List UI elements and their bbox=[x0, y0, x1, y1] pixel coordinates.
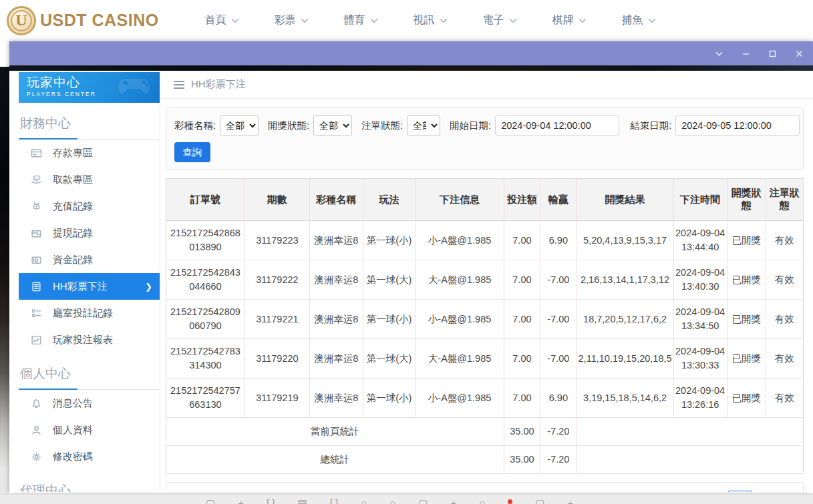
close-icon bbox=[795, 49, 804, 58]
sidebar-item-存款專區[interactable]: 存款專區 bbox=[19, 140, 160, 166]
table-cell: 5,20,4,13,9,15,3,17 bbox=[577, 221, 673, 260]
cashout-record-icon bbox=[31, 228, 42, 239]
table-cell: 2152172542809060790 bbox=[166, 300, 245, 339]
nav-item[interactable]: 視訊 bbox=[395, 13, 465, 27]
nav-item-label: 捕魚 bbox=[622, 13, 643, 27]
table-row: 215217254284304466031179222澳洲幸运8第一球(大)大-… bbox=[166, 260, 804, 300]
table-cell: 已開獎 bbox=[727, 300, 766, 339]
end-date-input[interactable] bbox=[675, 115, 800, 136]
jump-prefix-text: 第 bbox=[712, 491, 721, 492]
toolbar-glyph-icon: + bbox=[568, 497, 574, 504]
chevron-right-icon: ❯ bbox=[145, 282, 152, 292]
table-row: 215217254286801389031179223澳洲幸运8第一球(小)小-… bbox=[166, 221, 804, 260]
sidebar-item-玩家投注報表[interactable]: 玩家投注報表 bbox=[19, 326, 160, 353]
window-close-button[interactable] bbox=[794, 49, 804, 58]
summary-label: 當前頁統計 bbox=[166, 418, 504, 446]
sidebar-item-HH彩票下注[interactable]: HH彩票下注 ❯ bbox=[19, 273, 160, 300]
table-cell: -7.00 bbox=[540, 300, 577, 339]
summary-row: 總統計 35.00 -7.20 bbox=[166, 446, 804, 474]
end-date-label: 結束日期: bbox=[630, 119, 671, 132]
search-button[interactable]: 查詢 bbox=[174, 142, 210, 162]
red-dot-icon bbox=[508, 499, 512, 504]
total-count-text: 共5条 bbox=[566, 491, 590, 492]
summary-winloss-total: -7.20 bbox=[540, 418, 577, 446]
next-page-link[interactable]: 下一页 bbox=[677, 491, 705, 492]
sidebar-item-資金記錄[interactable]: 資金記錄 bbox=[19, 246, 160, 273]
coin-logo-icon: U bbox=[7, 6, 36, 35]
jump-action-link[interactable]: 跳转 bbox=[775, 491, 794, 492]
page-jump-input[interactable] bbox=[728, 491, 752, 492]
main-content: HH彩票下注 彩種名稱: 全部 開獎狀態: 全部 注單狀態: 全部 bbox=[160, 71, 813, 492]
window-maximize-button[interactable] bbox=[768, 49, 777, 58]
sidebar-item-個人資料[interactable]: 個人資料 bbox=[19, 417, 160, 443]
sidebar-item-label: 修改密碼 bbox=[53, 451, 93, 463]
sidebar-item-label: 個人資料 bbox=[53, 424, 93, 437]
password-icon bbox=[31, 451, 42, 463]
withdraw-icon bbox=[31, 174, 42, 186]
start-date-input[interactable] bbox=[495, 115, 619, 136]
table-cell: 有效 bbox=[766, 260, 803, 300]
sidebar-item-提現記錄[interactable]: 提現記錄 bbox=[19, 220, 160, 246]
column-header: 彩種名稱 bbox=[309, 179, 363, 221]
table-cell: 有效 bbox=[766, 300, 803, 339]
sidebar-item-廳室投註記錄[interactable]: 廳室投註記錄 bbox=[19, 300, 160, 326]
site-logo[interactable]: U USDT CASINO bbox=[7, 6, 160, 35]
toolbar-glyph-icon: + bbox=[238, 497, 244, 504]
toolbar-glyph-icon: + bbox=[450, 497, 456, 504]
prev-page-link[interactable]: 上一页 bbox=[621, 491, 649, 492]
window-collapse-button[interactable] bbox=[714, 49, 723, 58]
table-cell: 2,16,13,14,1,17,3,12 bbox=[577, 260, 673, 300]
nav-item[interactable]: 捕魚 bbox=[604, 13, 673, 27]
player-center-sidebar: 玩家中心 PLAYERS CENTER 財務中心 存款專區 取款專區 bbox=[9, 71, 160, 492]
pagination-panel: 每頁顯示20條 共5条 首页 上一页 [1] 下一页 第 页 跳转 bbox=[166, 482, 804, 492]
table-cell: 已開獎 bbox=[727, 260, 766, 300]
bet-report-icon bbox=[31, 334, 42, 346]
column-header: 玩法 bbox=[363, 179, 416, 221]
table-cell: 31179223 bbox=[245, 221, 309, 260]
nav-item[interactable]: 彩票 bbox=[257, 13, 326, 27]
bottom-toolbar-icons: ▢+[ ]▤[ ]○○▢+○▢+ bbox=[206, 497, 813, 504]
table-cell: 2152172542783314300 bbox=[166, 339, 245, 379]
sidebar-item-消息公告[interactable]: 消息公告 bbox=[19, 390, 160, 417]
table-cell: 小-A盤@1.985 bbox=[416, 379, 504, 418]
window-minimize-button[interactable] bbox=[741, 49, 750, 58]
table-cell: 第一球(小) bbox=[363, 300, 416, 339]
nav-item-label: 棋牌 bbox=[552, 13, 574, 27]
draw-status-select[interactable]: 全部 bbox=[313, 115, 352, 136]
draw-status-label: 開獎狀態: bbox=[268, 119, 309, 132]
gamepad-icon bbox=[116, 75, 155, 97]
table-cell: 2024-09-04 13:40:30 bbox=[673, 260, 727, 300]
nav-item[interactable]: 電子 bbox=[465, 13, 534, 27]
summary-row: 當前頁統計 35.00 -7.20 bbox=[166, 418, 804, 446]
nav-item[interactable]: 體育 bbox=[326, 13, 395, 27]
nav-item[interactable]: 首頁 bbox=[187, 13, 257, 27]
table-cell: 第一球(大) bbox=[363, 339, 416, 379]
table-cell: 7.00 bbox=[504, 221, 540, 260]
table-cell: 有效 bbox=[766, 339, 803, 379]
bets-table: 訂單號期數彩種名稱玩法下注信息投注額輸贏開獎結果下注時間開獎狀態注單狀態2152… bbox=[166, 178, 804, 474]
window-titlebar bbox=[9, 41, 813, 65]
table-cell: 6.90 bbox=[540, 221, 577, 260]
sidebar-item-取款專區[interactable]: 取款專區 bbox=[19, 166, 160, 193]
summary-empty-cell bbox=[577, 418, 803, 446]
first-page-link[interactable]: 首页 bbox=[596, 491, 615, 492]
sidebar-item-修改密碼[interactable]: 修改密碼 bbox=[19, 443, 160, 470]
toolbar-glyph-icon: ▢ bbox=[535, 497, 544, 504]
table-cell: -7.00 bbox=[540, 260, 577, 300]
table-cell: 2152172542843044660 bbox=[166, 260, 245, 300]
sidebar-item-label: 消息公告 bbox=[53, 397, 93, 410]
order-status-select[interactable]: 全部 bbox=[407, 115, 440, 136]
toolbar-glyph-icon: ○ bbox=[479, 497, 485, 504]
start-date-label: 開始日期: bbox=[450, 119, 491, 132]
lottery-name-select[interactable]: 全部 bbox=[220, 115, 259, 136]
nav-item[interactable]: 棋牌 bbox=[534, 13, 604, 27]
jump-suffix-text: 页 bbox=[759, 491, 768, 492]
profile-icon bbox=[31, 425, 42, 436]
menu-toggle-icon[interactable] bbox=[174, 81, 184, 89]
chevron-down-icon bbox=[301, 18, 309, 23]
table-cell: 已開獎 bbox=[727, 339, 766, 379]
column-header: 下注時間 bbox=[673, 179, 727, 221]
breadcrumb: HH彩票下注 bbox=[160, 71, 813, 99]
bottom-toolbar-strip: ▢+[ ]▤[ ]○○▢+○▢+ bbox=[0, 494, 813, 504]
sidebar-item-充值記錄[interactable]: 充值記錄 bbox=[19, 193, 160, 220]
